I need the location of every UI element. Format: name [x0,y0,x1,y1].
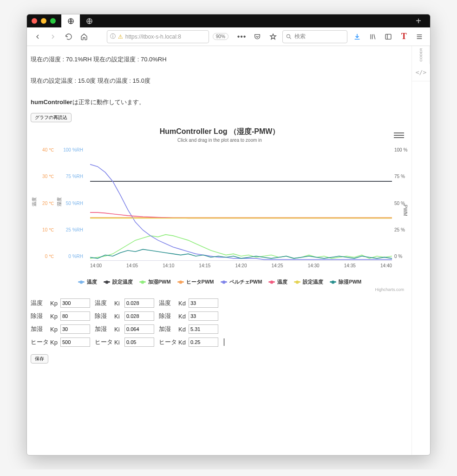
param-input-ki[interactable] [124,298,154,308]
sidebar-icon[interactable] [382,31,394,43]
new-tab-button[interactable]: + [411,16,425,26]
svg-point-2 [287,34,290,38]
y-axis-pwm-label: PWM [402,205,407,216]
param-k-label: Kp [50,326,60,333]
param-input-kd[interactable] [189,311,218,321]
chart-svg [90,147,392,261]
browser-tab[interactable] [80,14,98,27]
param-input-kp[interactable] [60,337,90,347]
param-group-label: 除湿 [95,312,114,320]
param-input-kp[interactable] [60,311,90,321]
param-k-label: Ki [114,313,124,320]
y-axis-temp-ticks: 40 ℃30 ℃20 ℃10 ℃0 ℃ [35,147,54,259]
svg-rect-3 [385,34,391,39]
param-group-label: 加湿 [159,325,178,333]
close-window-icon[interactable] [32,18,37,24]
y-axis-pct-ticks: 100 %75 %50 %25 %0 % [394,147,411,259]
param-k-label: Kd [178,313,189,320]
chart-title: HumController Log （湿度-PMW） [29,127,411,137]
tab-strip [61,14,411,27]
param-input-kd[interactable] [189,324,218,334]
param-k-label: Kd [178,326,189,333]
legend-item[interactable]: 温度 [268,278,287,285]
pid-parameters: 温度Kp温度Ki温度Kd除湿Kp除湿Ki除湿Kd加湿Kp加湿Ki加湿KdヒータK… [31,298,409,347]
legend-item[interactable]: 設定温度 [104,278,133,285]
legend-item[interactable]: 温度 [78,278,97,285]
reload-button[interactable] [63,31,75,43]
param-group-label: 除湿 [159,312,178,320]
page-content: 現在の湿度 : 70.1%RH 現在の設定湿度 : 70.0%RH 現在の設定温… [27,46,411,455]
param-row: 温度Kp温度Ki温度Kd [31,298,409,308]
browser-window: + ⓘ ⚠ https://itbox-s-h.local:8 90% ••• [26,14,431,456]
back-button[interactable] [32,31,44,43]
reload-graph-button[interactable]: グラフの再読込 [31,113,72,122]
param-row: ヒータKpヒータKiヒータKd [31,337,409,347]
param-row: 除湿Kp除湿Ki除湿Kd [31,311,409,321]
url-text: https://itbox-s-h.local:8 [125,33,181,40]
legend-item[interactable]: 除湿PWM [330,278,361,285]
param-group-label: ヒータ [95,338,114,346]
text-cursor [224,338,224,346]
pocket-icon[interactable] [251,31,263,43]
param-input-ki[interactable] [124,324,154,334]
maximize-window-icon[interactable] [50,18,56,24]
chart-plot-area[interactable]: 40 ℃30 ℃20 ℃10 ℃0 ℃ 100 %RH75 %RH50 %RH2… [90,147,392,268]
param-input-kd[interactable] [189,298,218,308]
search-icon [286,33,292,40]
y-axis-temp-label: 温度 [31,197,38,206]
menu-icon[interactable] [414,31,426,43]
param-k-label: Kp [50,313,60,320]
coder-tab[interactable]: CODER [412,46,430,64]
param-group-label: 加湿 [95,325,114,333]
param-k-label: Ki [114,300,124,307]
param-group-label: 温度 [159,299,178,307]
param-k-label: Kp [50,339,60,346]
side-panel-tabs: CODER </> [411,46,430,455]
param-k-label: Ki [114,326,124,333]
param-row: 加湿Kp加湿Ki加湿Kd [31,324,409,334]
zoom-indicator[interactable]: 90% [213,33,228,40]
home-button[interactable] [78,31,91,43]
legend-item[interactable]: 設定温度 [294,278,323,285]
temperature-status: 現在の設定温度 : 15.0度 現在の温度 : 15.0度 [31,77,409,85]
download-icon[interactable] [351,31,363,43]
page-actions-icon[interactable]: ••• [236,31,248,43]
x-axis-ticks: 14:0014:0514:1014:1514:2014:2514:3014:35… [90,263,392,268]
extension-t-icon[interactable]: T [398,31,410,43]
y-axis-rh-label: 湿度 [56,197,63,206]
param-input-kp[interactable] [60,298,90,308]
chart-credit[interactable]: Highcharts.com [29,285,411,294]
window-controls [32,18,56,24]
search-box[interactable]: 検索 [282,30,347,43]
minimize-window-icon[interactable] [41,18,46,24]
bookmark-star-icon[interactable] [267,31,279,43]
param-group-label: 加湿 [31,325,50,333]
param-k-label: Ki [114,339,124,346]
param-input-ki[interactable] [124,337,154,347]
legend-item[interactable]: 加湿PWM [139,278,171,285]
param-input-kd[interactable] [189,337,218,347]
legend-item[interactable]: ヒータPWM [177,278,214,285]
param-k-label: Kd [178,300,189,307]
save-button[interactable]: 保存 [31,354,48,364]
chart-container: HumController Log （湿度-PMW） Click and dra… [29,127,411,294]
code-view-tab[interactable]: </> [412,64,430,81]
param-k-label: Kp [50,300,60,307]
legend-item[interactable]: ペルチェPWM [221,278,262,285]
param-input-ki[interactable] [124,311,154,321]
param-group-label: ヒータ [31,338,50,346]
param-group-label: 温度 [31,299,50,307]
library-icon[interactable] [367,31,379,43]
browser-tab-active[interactable] [61,14,80,27]
lock-warning-icon: ⚠ [118,33,123,40]
info-icon[interactable]: ⓘ [110,33,116,40]
param-group-label: 除湿 [31,312,50,320]
controller-status: humControllerは正常に動作しています。 [31,98,409,106]
param-input-kp[interactable] [60,324,90,334]
humidity-status: 現在の湿度 : 70.1%RH 現在の設定湿度 : 70.0%RH [31,55,409,64]
url-bar[interactable]: ⓘ ⚠ https://itbox-s-h.local:8 [107,30,209,43]
forward-button[interactable] [47,31,59,43]
titlebar: + [27,14,430,27]
param-k-label: Kd [178,339,189,346]
chart-menu-icon[interactable] [394,131,404,140]
